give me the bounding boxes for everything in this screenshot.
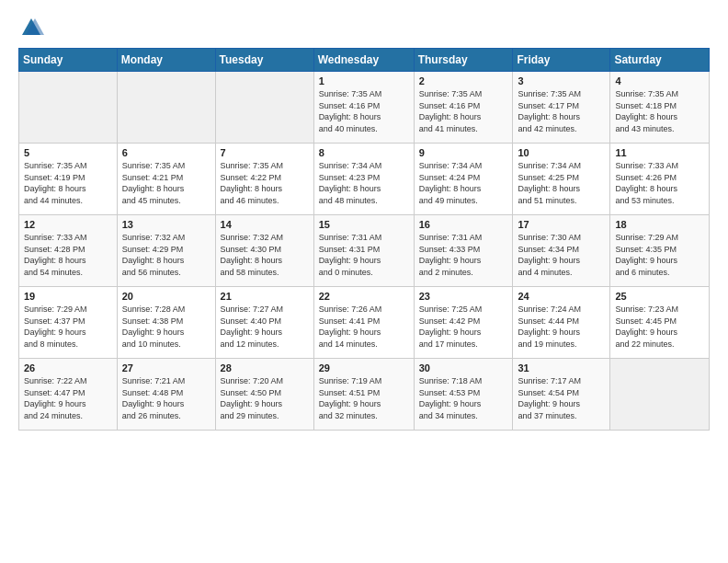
day-number: 3 (518, 75, 605, 86)
calendar-cell: 2Sunrise: 7:35 AM Sunset: 4:16 PM Daylig… (414, 72, 513, 144)
calendar-week-row: 12Sunrise: 7:33 AM Sunset: 4:28 PM Dayli… (19, 215, 710, 287)
calendar-header-row: SundayMondayTuesdayWednesdayThursdayFrid… (19, 49, 710, 72)
day-number: 2 (419, 75, 508, 86)
day-number: 5 (24, 147, 112, 158)
day-number: 11 (615, 147, 704, 158)
day-number: 10 (518, 147, 605, 158)
day-number: 23 (419, 291, 508, 302)
calendar-cell: 15Sunrise: 7:31 AM Sunset: 4:31 PM Dayli… (313, 215, 414, 287)
day-number: 6 (122, 147, 210, 158)
day-info: Sunrise: 7:17 AM Sunset: 4:54 PM Dayligh… (518, 375, 605, 421)
day-number: 28 (221, 362, 309, 373)
day-number: 18 (615, 219, 704, 230)
day-number: 26 (24, 362, 112, 373)
day-number: 24 (518, 291, 605, 302)
day-number: 20 (122, 291, 210, 302)
day-info: Sunrise: 7:19 AM Sunset: 4:51 PM Dayligh… (319, 375, 409, 421)
calendar-cell (215, 72, 313, 144)
day-info: Sunrise: 7:35 AM Sunset: 4:22 PM Dayligh… (221, 160, 309, 206)
day-number: 12 (24, 219, 112, 230)
day-number: 21 (221, 291, 309, 302)
calendar-cell: 23Sunrise: 7:25 AM Sunset: 4:42 PM Dayli… (414, 287, 513, 359)
calendar-cell (610, 359, 710, 431)
calendar-cell: 11Sunrise: 7:33 AM Sunset: 4:26 PM Dayli… (610, 144, 710, 215)
day-number: 8 (319, 147, 409, 158)
day-info: Sunrise: 7:30 AM Sunset: 4:34 PM Dayligh… (518, 232, 605, 278)
calendar-cell: 21Sunrise: 7:27 AM Sunset: 4:40 PM Dayli… (215, 287, 313, 359)
calendar-cell: 27Sunrise: 7:21 AM Sunset: 4:48 PM Dayli… (117, 359, 215, 431)
weekday-header: Sunday (19, 49, 118, 72)
calendar-week-row: 26Sunrise: 7:22 AM Sunset: 4:47 PM Dayli… (19, 359, 710, 431)
calendar-cell: 26Sunrise: 7:22 AM Sunset: 4:47 PM Dayli… (19, 359, 118, 431)
day-info: Sunrise: 7:31 AM Sunset: 4:33 PM Dayligh… (419, 232, 508, 278)
calendar-cell: 20Sunrise: 7:28 AM Sunset: 4:38 PM Dayli… (117, 287, 215, 359)
calendar-cell: 24Sunrise: 7:24 AM Sunset: 4:44 PM Dayli… (513, 287, 610, 359)
calendar-cell: 29Sunrise: 7:19 AM Sunset: 4:51 PM Dayli… (313, 359, 414, 431)
calendar-cell: 6Sunrise: 7:35 AM Sunset: 4:21 PM Daylig… (117, 144, 215, 215)
day-info: Sunrise: 7:34 AM Sunset: 4:24 PM Dayligh… (419, 160, 508, 206)
day-info: Sunrise: 7:18 AM Sunset: 4:53 PM Dayligh… (419, 375, 508, 421)
day-number: 15 (319, 219, 409, 230)
day-info: Sunrise: 7:33 AM Sunset: 4:26 PM Dayligh… (615, 160, 704, 206)
calendar-cell: 12Sunrise: 7:33 AM Sunset: 4:28 PM Dayli… (19, 215, 118, 287)
calendar-cell: 18Sunrise: 7:29 AM Sunset: 4:35 PM Dayli… (610, 215, 710, 287)
day-info: Sunrise: 7:31 AM Sunset: 4:31 PM Dayligh… (319, 232, 409, 278)
day-info: Sunrise: 7:20 AM Sunset: 4:50 PM Dayligh… (221, 375, 309, 421)
weekday-header: Friday (513, 49, 610, 72)
calendar-cell: 19Sunrise: 7:29 AM Sunset: 4:37 PM Dayli… (19, 287, 118, 359)
calendar-cell: 4Sunrise: 7:35 AM Sunset: 4:18 PM Daylig… (610, 72, 710, 144)
day-info: Sunrise: 7:33 AM Sunset: 4:28 PM Dayligh… (24, 232, 112, 278)
calendar-cell: 30Sunrise: 7:18 AM Sunset: 4:53 PM Dayli… (414, 359, 513, 431)
calendar-cell (117, 72, 215, 144)
day-info: Sunrise: 7:23 AM Sunset: 4:45 PM Dayligh… (615, 304, 704, 350)
weekday-header: Monday (117, 49, 215, 72)
header (18, 15, 710, 40)
day-info: Sunrise: 7:35 AM Sunset: 4:17 PM Dayligh… (518, 88, 605, 134)
weekday-header: Saturday (610, 49, 710, 72)
day-info: Sunrise: 7:35 AM Sunset: 4:16 PM Dayligh… (419, 88, 508, 134)
calendar-cell: 13Sunrise: 7:32 AM Sunset: 4:29 PM Dayli… (117, 215, 215, 287)
day-number: 17 (518, 219, 605, 230)
day-number: 9 (419, 147, 508, 158)
day-info: Sunrise: 7:34 AM Sunset: 4:23 PM Dayligh… (319, 160, 409, 206)
calendar-cell: 10Sunrise: 7:34 AM Sunset: 4:25 PM Dayli… (513, 144, 610, 215)
calendar-cell: 9Sunrise: 7:34 AM Sunset: 4:24 PM Daylig… (414, 144, 513, 215)
day-number: 30 (419, 362, 508, 373)
day-number: 29 (319, 362, 409, 373)
calendar-cell: 28Sunrise: 7:20 AM Sunset: 4:50 PM Dayli… (215, 359, 313, 431)
day-number: 7 (221, 147, 309, 158)
calendar-week-row: 19Sunrise: 7:29 AM Sunset: 4:37 PM Dayli… (19, 287, 710, 359)
calendar-cell: 8Sunrise: 7:34 AM Sunset: 4:23 PM Daylig… (313, 144, 414, 215)
calendar-cell: 14Sunrise: 7:32 AM Sunset: 4:30 PM Dayli… (215, 215, 313, 287)
weekday-header: Thursday (414, 49, 513, 72)
calendar-cell: 1Sunrise: 7:35 AM Sunset: 4:16 PM Daylig… (313, 72, 414, 144)
day-number: 19 (24, 291, 112, 302)
logo-icon (18, 15, 44, 40)
calendar: SundayMondayTuesdayWednesdayThursdayFrid… (18, 48, 710, 431)
logo (18, 15, 48, 40)
day-info: Sunrise: 7:21 AM Sunset: 4:48 PM Dayligh… (122, 375, 210, 421)
day-info: Sunrise: 7:24 AM Sunset: 4:44 PM Dayligh… (518, 304, 605, 350)
day-number: 27 (122, 362, 210, 373)
day-info: Sunrise: 7:32 AM Sunset: 4:30 PM Dayligh… (221, 232, 309, 278)
day-info: Sunrise: 7:28 AM Sunset: 4:38 PM Dayligh… (122, 304, 210, 350)
calendar-cell: 25Sunrise: 7:23 AM Sunset: 4:45 PM Dayli… (610, 287, 710, 359)
page: SundayMondayTuesdayWednesdayThursdayFrid… (0, 0, 728, 563)
day-number: 31 (518, 362, 605, 373)
day-info: Sunrise: 7:35 AM Sunset: 4:19 PM Dayligh… (24, 160, 112, 206)
day-number: 4 (615, 75, 704, 86)
weekday-header: Wednesday (313, 49, 414, 72)
calendar-cell: 7Sunrise: 7:35 AM Sunset: 4:22 PM Daylig… (215, 144, 313, 215)
day-number: 16 (419, 219, 508, 230)
day-info: Sunrise: 7:35 AM Sunset: 4:16 PM Dayligh… (319, 88, 409, 134)
day-info: Sunrise: 7:29 AM Sunset: 4:35 PM Dayligh… (615, 232, 704, 278)
day-info: Sunrise: 7:27 AM Sunset: 4:40 PM Dayligh… (221, 304, 309, 350)
day-info: Sunrise: 7:29 AM Sunset: 4:37 PM Dayligh… (24, 304, 112, 350)
calendar-cell (19, 72, 118, 144)
calendar-week-row: 1Sunrise: 7:35 AM Sunset: 4:16 PM Daylig… (19, 72, 710, 144)
day-number: 14 (221, 219, 309, 230)
day-info: Sunrise: 7:34 AM Sunset: 4:25 PM Dayligh… (518, 160, 605, 206)
day-info: Sunrise: 7:25 AM Sunset: 4:42 PM Dayligh… (419, 304, 508, 350)
day-info: Sunrise: 7:35 AM Sunset: 4:21 PM Dayligh… (122, 160, 210, 206)
weekday-header: Tuesday (215, 49, 313, 72)
